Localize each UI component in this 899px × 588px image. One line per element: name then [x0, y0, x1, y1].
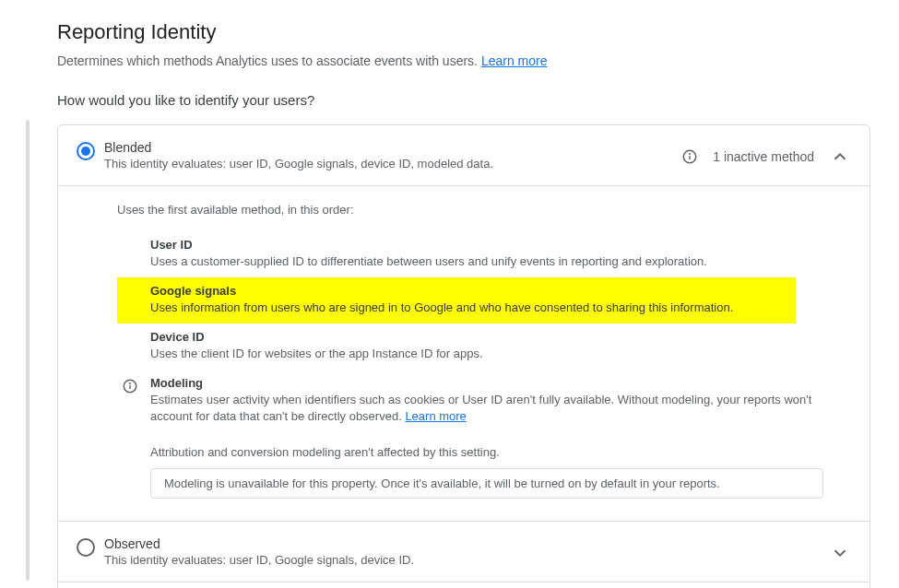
radio-observed[interactable]: [77, 538, 95, 557]
method-modeling: Modeling Estimates user activity when id…: [117, 370, 851, 433]
scrollbar-track[interactable]: [26, 120, 30, 581]
option-right: [829, 536, 851, 564]
method-signals-title: Google signals: [150, 284, 796, 298]
left-nav-rail: [0, 0, 30, 588]
method-user-id-title: User ID: [150, 238, 851, 252]
blended-expanded-panel: Uses the first available method, in this…: [58, 185, 869, 521]
radio-blended[interactable]: [77, 142, 95, 160]
option-device-based[interactable]: Device-based This identity evaluates: de…: [58, 582, 869, 588]
option-blended-title: Blended: [104, 140, 681, 155]
option-blended-subtitle: This identity evaluates: user ID, Google…: [104, 157, 681, 171]
learn-more-link[interactable]: Learn more: [481, 53, 548, 68]
radio-wrapper: [67, 140, 104, 160]
option-body: Blended This identity evaluates: user ID…: [104, 140, 681, 171]
modeling-learn-more-link[interactable]: Learn more: [405, 409, 466, 423]
page-title: Reporting Identity: [57, 20, 870, 44]
method-device-id-desc: Uses the client ID for websites or the a…: [150, 346, 851, 363]
method-device-id: Device ID Uses the client ID for website…: [117, 323, 851, 370]
radio-wrapper: [67, 536, 104, 557]
method-signals-desc: Uses information from users who are sign…: [150, 300, 796, 317]
modeling-unavailable-notice: Modeling is unavailable for this propert…: [150, 468, 823, 499]
info-icon: [121, 377, 139, 395]
option-observed[interactable]: Observed This identity evaluates: user I…: [58, 521, 869, 582]
method-user-id: User ID Uses a customer-supplied ID to d…: [117, 231, 851, 277]
option-observed-subtitle: This identity evaluates: user ID, Google…: [104, 553, 829, 567]
identity-options-card: Blended This identity evaluates: user ID…: [57, 124, 870, 588]
option-right: 1 inactive method: [681, 140, 851, 168]
main-content: Reporting Identity Determines which meth…: [57, 0, 887, 588]
page-description: Determines which methods Analytics uses …: [57, 53, 870, 68]
svg-point-2: [690, 154, 691, 155]
method-user-id-desc: Uses a customer-supplied ID to different…: [150, 253, 851, 271]
chevron-down-icon[interactable]: [829, 542, 851, 564]
method-modeling-title: Modeling: [150, 376, 851, 390]
info-icon[interactable]: [681, 148, 698, 165]
option-body: Observed This identity evaluates: user I…: [104, 536, 829, 567]
option-observed-title: Observed: [104, 536, 829, 551]
method-google-signals: Google signals Uses information from use…: [117, 277, 796, 323]
expanded-intro: Uses the first available method, in this…: [117, 203, 851, 217]
svg-point-5: [130, 382, 131, 383]
inactive-method-label: 1 inactive method: [713, 149, 814, 164]
method-modeling-desc-text: Estimates user activity when identifiers…: [150, 393, 811, 424]
chevron-up-icon[interactable]: [829, 146, 851, 168]
identify-question: How would you like to identify your user…: [57, 92, 870, 108]
option-blended[interactable]: Blended This identity evaluates: user ID…: [58, 125, 869, 185]
attribution-note: Attribution and conversion modeling aren…: [150, 445, 851, 459]
method-device-id-title: Device ID: [150, 330, 851, 344]
method-modeling-desc: Estimates user activity when identifiers…: [150, 392, 851, 427]
page-description-text: Determines which methods Analytics uses …: [57, 53, 481, 68]
